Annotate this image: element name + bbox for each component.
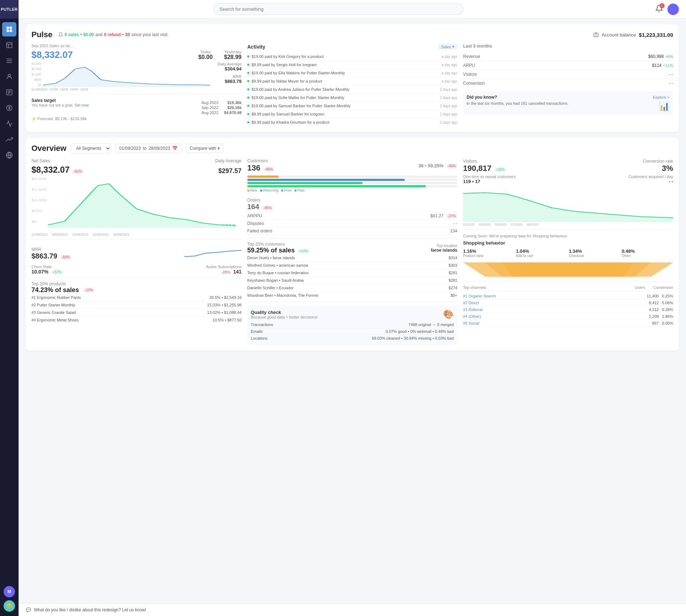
search-input[interactable] (213, 3, 463, 15)
customers-block: Customers 136 -46% 36 • 59.25% -40% (247, 158, 457, 192)
quality-block: Quality check Because good data = better… (247, 306, 457, 345)
segment-select[interactable]: All Segments (71, 143, 111, 153)
conversion-value: 3% (662, 164, 673, 173)
last3-title: Last 3 months (463, 44, 673, 49)
sidebar-item-dashboard[interactable] (2, 22, 16, 36)
feedback-text: What do you like / dislike about this re… (34, 607, 146, 612)
svg-text:$0: $0 (31, 220, 37, 223)
pulse-activity-card: Activity Sales ▾ $19.00 paid by Kirk Gre… (247, 44, 457, 126)
table-row: #4 Ergonomic Metal Shoes 10.5% • $877.50 (31, 316, 242, 324)
table-row: Deron Huels • faroe islands$314 (247, 254, 457, 262)
activity-list: $19.00 paid by Kirk Gregory for a produc… (247, 53, 457, 126)
shopping-title: Shopping behavior (463, 240, 673, 246)
user-avatar[interactable] (667, 4, 679, 15)
quality-transactions-row: Transactions 7488 original → 0 merged (251, 321, 454, 328)
activity-dot (247, 97, 249, 99)
channels-title: Top channels (463, 285, 486, 290)
account-balance: Account balance $1,223,331.00 (593, 32, 673, 38)
sidebar-item-transactions[interactable] (2, 101, 16, 115)
shopping-metric-product-view: 1.16% Product view (463, 248, 514, 258)
sidebar-item-reports[interactable] (2, 54, 16, 68)
list-item: $9.99 paid by Sergio Holt for Icegram a … (247, 61, 457, 69)
pulse-refund-money: $0 (125, 32, 130, 37)
svg-text:$1,000: $1,000 (31, 198, 47, 202)
notification-icon[interactable]: 2 (655, 5, 663, 14)
visitors-block: Visitors 190,817 +32% Conversion rate 3% (463, 158, 673, 226)
chat-icon: 💬 (26, 607, 31, 612)
one-time-label: One time vs repeat customers (463, 174, 516, 179)
churn-rate-value: 10.07% (31, 269, 48, 275)
notif-badge: 2 (660, 3, 665, 8)
header-icons: 2 (655, 4, 679, 15)
sidebar-item-chart[interactable] (2, 117, 16, 131)
svg-rect-1 (10, 27, 12, 29)
channels-users-label: Users (635, 285, 645, 290)
activity-dot (247, 64, 249, 66)
mrr-value: $863.79 (213, 79, 242, 84)
shopping-metric-add-to-cart: 1.04% Add to cart (516, 248, 567, 258)
pulse-header: Pulse 0 sales • $0.00 and 0 refund • $0 … (31, 30, 673, 39)
set-now-link[interactable]: Set now (75, 103, 89, 107)
svg-text:$500: $500 (31, 209, 43, 213)
table-row: Woodrow Beer • Macedonia, The Former$0+ (247, 292, 457, 299)
sidebar-item-customers[interactable] (2, 69, 16, 84)
one-time-row: One time vs repeat customers Customers a… (463, 174, 673, 179)
sidebar-item-analytics[interactable] (2, 38, 16, 52)
sales-amount: $8,332.07 (31, 49, 73, 60)
sidebar-item-trending[interactable] (2, 132, 16, 147)
list-item: $9.99 paid by Khadra Geurtsen for a prod… (247, 118, 457, 126)
activity-dot (247, 105, 249, 107)
list-item: $9.99 paid by Niklas Meyer for a product… (247, 77, 457, 85)
pulse-sales-card: Sep 2023 Sales so far... $8,332.07 Today… (31, 44, 242, 126)
sidebar-item-location[interactable] (2, 148, 16, 162)
content-area: Pulse 0 sales • $0.00 and 0 refund • $0 … (19, 19, 686, 603)
table-row: #1 Ergonomic Rubber Pants 30.5% • $2,549… (31, 294, 242, 301)
top-customers-block: Top 20% customers 59.25% of sales +14% T… (247, 242, 457, 299)
overview-section: Overview All Segments 01/09/2023 to 28/0… (26, 138, 679, 351)
daily-avg-value: $297.57 (218, 167, 242, 175)
table-row: Conversion - - (463, 79, 673, 88)
products-change: -10% (83, 288, 94, 292)
top-customers-label: Top 20% customers (247, 242, 310, 247)
products-block: Top 20% products 74.23% of sales -10% #1… (31, 281, 242, 324)
active-sub-change: -28% (221, 270, 230, 274)
table-row: Danielle Schiller • Ecuador$274 (247, 284, 457, 292)
sidebar-avatar-smiley[interactable]: 😊 (4, 600, 15, 612)
table-row: #1 Organic Search 11,400 0.25% (463, 293, 673, 300)
pulse-separator1: • (80, 32, 82, 37)
sidebar-logo: PUTLER (0, 0, 19, 19)
top-location-value: faroe islands (431, 248, 457, 253)
activity-header: Activity Sales ▾ (247, 44, 457, 50)
products-list: #1 Ergonomic Rubber Pants 30.5% • $2,549… (31, 294, 242, 324)
table-row: #5 Social 867 0.00% (463, 320, 673, 327)
overview-mid-col: Customers 136 -46% 36 • 59.25% -40% (247, 158, 457, 345)
acquired-value: - - (669, 179, 673, 184)
one-time-values: 119 • 17 - - (463, 179, 673, 184)
compare-with-button[interactable]: Compare with ▾ (186, 144, 224, 153)
date-from: 01/09/2023 (119, 146, 141, 151)
sidebar-item-orders[interactable] (2, 85, 16, 99)
date-range-picker[interactable]: 01/09/2023 to 28/09/2023 📅 (115, 144, 182, 153)
quality-locations-label: Locations (251, 336, 268, 340)
svg-rect-4 (7, 43, 12, 48)
top-customers-header: Top 20% customers 59.25% of sales +14% T… (247, 242, 457, 254)
overview-chart-labels: 01/09/202308/09/202315/09/202322/09/2023… (31, 233, 242, 236)
customers-change: -46% (263, 167, 274, 172)
explore-link[interactable]: Explore > (653, 95, 670, 99)
net-sales-chart: $2,000 $1,500 $1,000 $500 $0 (31, 175, 242, 232)
churn-rate-label: Churn Rate (31, 265, 63, 269)
bar-chart: New Returning Free Paid (247, 176, 457, 192)
sales-target-sub: You have not set a goal. Set now (31, 103, 89, 107)
bar-new (247, 176, 457, 178)
feedback-bar: 💬 What do you like / dislike about this … (19, 603, 686, 616)
activity-dot (247, 113, 249, 115)
pulse-last3-card: Last 3 months Revenue $60,998+6% ARPU $1… (463, 44, 673, 126)
dyk-title: Did you know? (467, 95, 497, 100)
shopping-block: Coming Soon: We're preparing data for Sh… (463, 234, 673, 279)
top-customers-change: +14% (298, 249, 310, 253)
table-row: Winifred Grimes • american samoa$303 (247, 262, 457, 269)
activity-sales-badge[interactable]: Sales ▾ (438, 44, 457, 50)
bar-legend: New Returning Free Paid (247, 188, 457, 192)
sidebar-avatar-m[interactable]: M (4, 586, 15, 597)
conversion-label: Conversion rate (643, 159, 673, 164)
